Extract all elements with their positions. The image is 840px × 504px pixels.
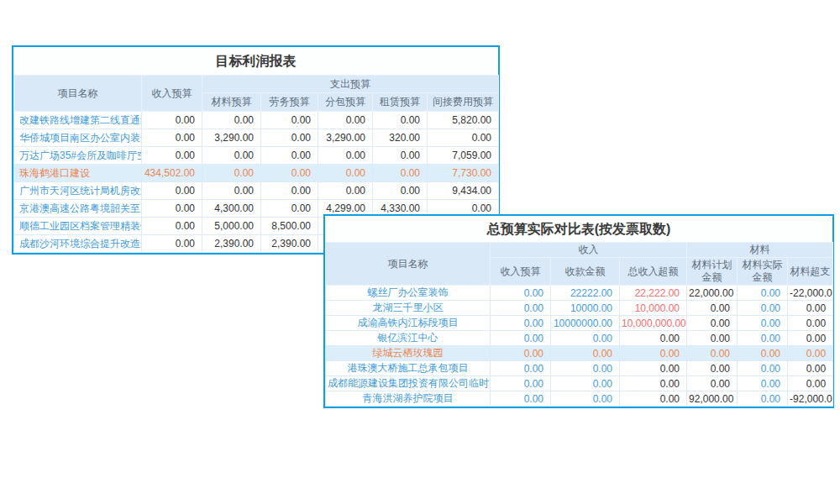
table2-grid: 项目名称 收入 材料 收入预算 收款金额 总收入超额 材料计划金额 材料实际金额…	[325, 242, 833, 407]
value-cell: 0.00	[373, 165, 428, 182]
value-cell: 0.00	[788, 331, 833, 346]
value-cell: 0.00	[620, 361, 687, 376]
value-cell: 0.00	[738, 346, 788, 361]
value-cell: 7,730.00	[428, 165, 499, 182]
value-cell: 0.00	[687, 361, 738, 376]
value-cell: 22,222.00	[620, 286, 687, 301]
budget-actual-comparison-report: 总预算实际对比表(按发票取数) 项目名称 收入 材料 收入预算 收款金额 总收入…	[323, 214, 834, 408]
value-cell: 0.00	[261, 112, 318, 129]
value-cell: 434,502.00	[142, 165, 202, 182]
value-cell: 0.00	[738, 391, 788, 407]
table-row: 广州市天河区统计局机房改造项目0.000.000.000.000.009,434…	[14, 182, 499, 200]
project-name-link[interactable]: 珠海鹤港口建设	[14, 165, 142, 182]
value-cell: 0.00	[202, 112, 261, 129]
col-income-budget: 收入预算	[491, 258, 551, 286]
value-cell: 0.00	[202, 182, 261, 200]
value-cell: 10,000.00	[620, 301, 687, 316]
value-cell: 0.00	[788, 346, 833, 361]
table-row: 珠海鹤港口建设434,502.000.000.000.000.007,730.0…	[14, 165, 499, 182]
value-cell: 0.00	[261, 200, 318, 218]
value-cell: 10000.00	[551, 301, 620, 316]
col-labor-budget: 劳务预算	[261, 93, 318, 112]
value-cell: 0.00	[491, 286, 551, 301]
project-name-link[interactable]: 京港澳高速公路粤境韶关至广州三	[14, 200, 142, 218]
value-cell: 0.00	[142, 147, 202, 165]
value-cell: 0.00	[373, 147, 428, 165]
col-project-name: 项目名称	[14, 76, 142, 112]
value-cell: 10,000,000.00	[620, 316, 687, 331]
value-cell: 0.00	[491, 316, 551, 331]
project-name-link[interactable]: 成都能源建设集团投资有限公司临时办公场所装修工	[326, 376, 491, 391]
value-cell: 0.00	[620, 331, 687, 346]
value-cell: 0.00	[261, 182, 318, 200]
col-indirect-cost-budget: 间接费用预算	[428, 93, 499, 112]
col-received-amount: 收款金额	[551, 258, 620, 286]
project-name-link[interactable]: 港珠澳大桥施工总承包项目	[326, 361, 491, 376]
table-row: 成渝高铁内江标段项目0.0010000000.0010,000,000.000.…	[326, 316, 833, 331]
table2-body: 螺丝厂办公室装饰0.0022222.0022,222.0022,000.000.…	[326, 286, 833, 407]
project-name-link[interactable]: 华侨城项目南区办公室内装修工程	[14, 129, 142, 147]
value-cell: 0.00	[491, 331, 551, 346]
col-lease-budget: 租赁预算	[373, 93, 428, 112]
value-cell: 0.00	[620, 346, 687, 361]
project-name-link[interactable]: 银亿滨江中心	[326, 331, 491, 346]
col-project-name: 项目名称	[326, 243, 491, 286]
value-cell: -22,000.00	[788, 286, 833, 301]
table-row: 青海洪湖养护院项目0.000.000.0092,000.000.00-92,00…	[326, 391, 833, 407]
value-cell: 3,290.00	[318, 129, 373, 147]
value-cell: 0.00	[202, 147, 261, 165]
value-cell: 2,390.00	[202, 235, 261, 253]
value-cell: 0.00	[788, 376, 833, 391]
project-name-link[interactable]: 广州市天河区统计局机房改造项目	[14, 182, 142, 200]
value-cell: 0.00	[491, 301, 551, 316]
value-cell: 0.00	[738, 316, 788, 331]
table1-header: 项目名称 收入预算 支出预算 材料预算 劳务预算 分包预算 租赁预算 间接费用预…	[14, 76, 499, 112]
value-cell: 0.00	[687, 316, 738, 331]
value-cell: 0.00	[491, 361, 551, 376]
project-name-link[interactable]: 万达广场35#会所及咖啡厅空调安	[14, 147, 142, 165]
table2-header: 项目名称 收入 材料 收入预算 收款金额 总收入超额 材料计划金额 材料实际金额…	[326, 243, 833, 286]
value-cell: 10000000.00	[551, 316, 620, 331]
project-name-link[interactable]: 螺丝厂办公室装饰	[326, 286, 491, 301]
value-cell: 0.00	[620, 376, 687, 391]
value-cell: 4,300.00	[202, 200, 261, 218]
table-row: 成都能源建设集团投资有限公司临时办公场所装修工0.000.000.000.000…	[326, 376, 833, 391]
col-group-expense-budget: 支出预算	[202, 76, 499, 93]
value-cell: 0.00	[738, 301, 788, 316]
project-name-link[interactable]: 成都沙河环境综合提升改造运河护	[14, 235, 142, 253]
project-name-link[interactable]: 绿城云栖玫瑰园	[326, 346, 491, 361]
value-cell: 320.00	[373, 129, 428, 147]
table-row: 港珠澳大桥施工总承包项目0.000.000.000.000.000.00	[326, 361, 833, 376]
value-cell: 0.00	[788, 361, 833, 376]
table-row: 改建铁路线增建第二线直通线（成0.000.000.000.000.005,820…	[14, 112, 499, 129]
value-cell: 0.00	[373, 112, 428, 129]
value-cell: 0.00	[318, 182, 373, 200]
project-name-link[interactable]: 龙湖三千里小区	[326, 301, 491, 316]
value-cell: 0.00	[373, 182, 428, 200]
project-name-link[interactable]: 改建铁路线增建第二线直通线（成	[14, 112, 142, 129]
value-cell: 5,000.00	[202, 218, 261, 235]
value-cell: 0.00	[551, 376, 620, 391]
table-row: 华侨城项目南区办公室内装修工程0.003,290.000.003,290.003…	[14, 129, 499, 147]
project-name-link[interactable]: 成渝高铁内江标段项目	[326, 316, 491, 331]
table-row: 龙湖三千里小区0.0010000.0010,000.000.000.000.00	[326, 301, 833, 316]
col-income-budget: 收入预算	[142, 76, 202, 112]
table-row: 螺丝厂办公室装饰0.0022222.0022,222.0022,000.000.…	[326, 286, 833, 301]
value-cell: 0.00	[491, 346, 551, 361]
col-material-budget: 材料预算	[202, 93, 261, 112]
project-name-link[interactable]: 青海洪湖养护院项目	[326, 391, 491, 407]
project-name-link[interactable]: 顺德工业园区档案管理精装饰工程	[14, 218, 142, 235]
col-total-income-excess: 总收入超额	[620, 258, 687, 286]
value-cell: 0.00	[620, 391, 687, 407]
value-cell: 22,000.00	[687, 286, 738, 301]
value-cell: 0.00	[261, 129, 318, 147]
value-cell: 0.00	[142, 218, 202, 235]
col-subcontract-budget: 分包预算	[318, 93, 373, 112]
table-row: 银亿滨江中心0.000.000.000.000.000.00	[326, 331, 833, 346]
value-cell: 0.00	[142, 129, 202, 147]
value-cell: 0.00	[202, 165, 261, 182]
value-cell: 0.00	[261, 165, 318, 182]
value-cell: 22222.00	[551, 286, 620, 301]
value-cell: 0.00	[687, 376, 738, 391]
value-cell: 0.00	[491, 391, 551, 407]
